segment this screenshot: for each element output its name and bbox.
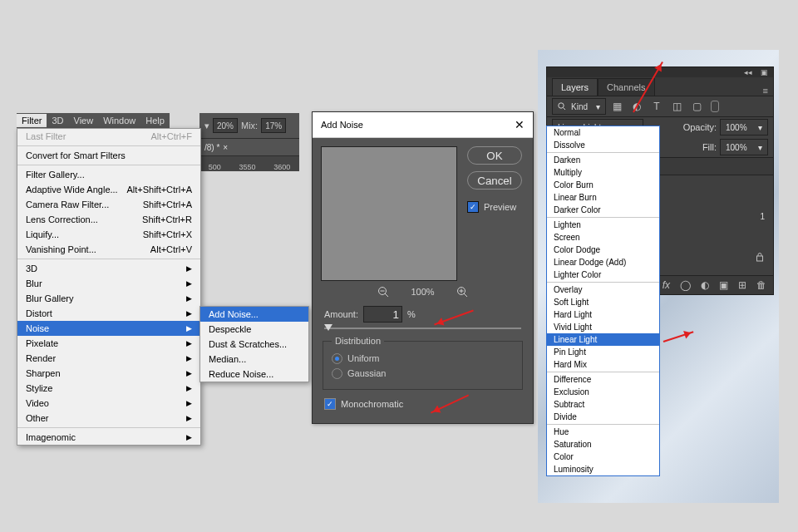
blend-linear-dodge-add-[interactable]: Linear Dodge (Add): [547, 256, 659, 268]
menu-convert-smart[interactable]: Convert for Smart Filters: [17, 148, 200, 163]
menu-3d[interactable]: 3D: [47, 114, 68, 127]
filter-menu[interactable]: Last FilterAlt+Ctrl+F Convert for Smart …: [17, 128, 201, 446]
menu-item-noise[interactable]: Noise▶: [17, 321, 200, 336]
menu-item-render[interactable]: Render▶: [17, 351, 200, 366]
menu-item[interactable]: Camera Raw Filter...Shift+Ctrl+A: [17, 197, 200, 212]
blend-darker-color[interactable]: Darker Color: [547, 204, 659, 216]
blend-saturation[interactable]: Saturation: [547, 438, 659, 451]
menu-help[interactable]: Help: [140, 114, 170, 127]
tab-layers[interactable]: Layers: [552, 78, 598, 96]
filter-toggle-icon[interactable]: [711, 101, 719, 112]
type-layer-icon[interactable]: T: [651, 101, 663, 112]
cancel-button[interactable]: Cancel: [467, 171, 522, 190]
blend-soft-light[interactable]: Soft Light: [547, 296, 659, 308]
blend-exclusion[interactable]: Exclusion: [547, 386, 659, 398]
layer-item[interactable]: 1: [760, 212, 765, 221]
opt-percent[interactable]: 20%: [213, 118, 238, 133]
amount-input[interactable]: [363, 306, 402, 323]
blend-difference[interactable]: Difference: [547, 373, 659, 386]
blend-screen[interactable]: Screen: [547, 231, 659, 244]
delete-layer-icon[interactable]: 🗑: [756, 279, 766, 291]
menu-view[interactable]: View: [69, 114, 99, 127]
close-icon[interactable]: ✕: [515, 118, 525, 131]
menu-item-pixelate[interactable]: Pixelate▶: [17, 336, 200, 351]
submenu-item[interactable]: Dust & Scratches...: [200, 337, 308, 352]
blend-lighter-color[interactable]: Lighter Color: [547, 268, 659, 281]
fill-input[interactable]: 100%▾: [720, 139, 768, 155]
panel-menu-icon[interactable]: ≡: [763, 86, 768, 96]
menu-imagenomic[interactable]: Imagenomic▶: [17, 430, 200, 445]
blend-divide[interactable]: Divide: [547, 411, 659, 423]
blend-hard-mix[interactable]: Hard Mix: [547, 358, 659, 371]
preview-checkbox[interactable]: ✓: [467, 201, 479, 213]
submenu-item[interactable]: Median...: [200, 352, 308, 367]
noise-preview[interactable]: [321, 146, 457, 281]
blend-linear-light[interactable]: Linear Light: [547, 333, 659, 346]
blend-overlay[interactable]: Overlay: [547, 283, 659, 296]
submenu-item[interactable]: Despeckle: [200, 322, 308, 337]
layer-mask-icon[interactable]: ◯: [680, 279, 691, 291]
submenu-item[interactable]: Reduce Noise...: [200, 367, 308, 382]
blend-dissolve[interactable]: Dissolve: [547, 139, 659, 151]
menu-window[interactable]: Window: [98, 114, 140, 127]
blend-multiply[interactable]: Multiply: [547, 166, 659, 179]
blend-normal[interactable]: Normal: [547, 126, 659, 139]
menu-item-blur-gallery[interactable]: Blur Gallery▶: [17, 291, 200, 306]
ok-button[interactable]: OK: [467, 146, 522, 165]
app-menubar[interactable]: Filter 3D View Window Help: [17, 113, 170, 128]
menu-item[interactable]: Filter Gallery...: [17, 167, 200, 182]
submenu-item[interactable]: Add Noise...: [200, 307, 308, 322]
blend-luminosity[interactable]: Luminosity: [547, 463, 659, 475]
pixel-layer-icon[interactable]: ▦: [611, 101, 623, 112]
preview-label: Preview: [484, 202, 516, 212]
zoom-out-icon[interactable]: [377, 286, 389, 298]
svg-line-4: [464, 293, 467, 297]
collapse-icon[interactable]: ◂◂: [744, 68, 752, 76]
noise-submenu[interactable]: Add Noise...DespeckleDust & Scratches...…: [200, 306, 309, 382]
adjustment-icon[interactable]: ◐: [701, 279, 709, 291]
menu-item[interactable]: Vanishing Point...Alt+Ctrl+V: [17, 242, 200, 257]
blend-color-burn[interactable]: Color Burn: [547, 179, 659, 191]
layer-style-icon[interactable]: fx: [663, 279, 670, 291]
blend-hue[interactable]: Hue: [547, 426, 659, 438]
group-icon[interactable]: ▣: [719, 279, 728, 291]
opt-mix-value[interactable]: 17%: [261, 118, 286, 133]
panel-close-icon[interactable]: ▣: [761, 68, 768, 76]
smart-object-icon[interactable]: ▢: [691, 101, 702, 112]
blend-lighten[interactable]: Lighten: [547, 219, 659, 231]
menu-item[interactable]: Lens Correction...Shift+Ctrl+R: [17, 212, 200, 227]
blend-linear-burn[interactable]: Linear Burn: [547, 191, 659, 204]
radio-gaussian[interactable]: Gaussian: [332, 366, 514, 381]
menu-filter[interactable]: Filter: [17, 114, 47, 127]
blend-vivid-light[interactable]: Vivid Light: [547, 321, 659, 333]
blend-darken[interactable]: Darken: [547, 154, 659, 166]
menu-item[interactable]: Adaptive Wide Angle...Alt+Shift+Ctrl+A: [17, 182, 200, 197]
blend-hard-light[interactable]: Hard Light: [547, 308, 659, 321]
menu-item-sharpen[interactable]: Sharpen▶: [17, 366, 200, 381]
menu-item-stylize[interactable]: Stylize▶: [17, 381, 200, 396]
menu-item-video[interactable]: Video▶: [17, 396, 200, 411]
filter-kind-select[interactable]: Kind▾: [552, 98, 606, 115]
blend-subtract[interactable]: Subtract: [547, 398, 659, 411]
menu-item[interactable]: Liquify...Shift+Ctrl+X: [17, 227, 200, 242]
blend-color-dodge[interactable]: Color Dodge: [547, 244, 659, 256]
doc-tab[interactable]: /8) *: [204, 143, 219, 152]
menu-item-distort[interactable]: Distort▶: [17, 306, 200, 321]
radio-uniform[interactable]: Uniform: [332, 351, 514, 366]
amount-slider[interactable]: [324, 328, 521, 329]
shape-layer-icon[interactable]: ◫: [671, 101, 682, 112]
svg-line-8: [564, 108, 566, 111]
blend-mode-dropdown[interactable]: NormalDissolveDarkenMultiplyColor BurnLi…: [546, 126, 660, 476]
menu-item-blur[interactable]: Blur▶: [17, 276, 200, 291]
blend-pin-light[interactable]: Pin Light: [547, 346, 659, 358]
new-layer-icon[interactable]: ⊞: [738, 279, 746, 291]
zoom-in-icon[interactable]: [456, 286, 468, 298]
blend-color[interactable]: Color: [547, 451, 659, 463]
menu-last-filter[interactable]: Last FilterAlt+Ctrl+F: [17, 129, 200, 144]
monochromatic-checkbox[interactable]: ✓Monochromatic: [324, 397, 521, 411]
dialog-titlebar[interactable]: Add Noise ✕: [313, 112, 533, 138]
menu-item-3d[interactable]: 3D▶: [17, 261, 200, 276]
menu-item-other[interactable]: Other▶: [17, 411, 200, 426]
opacity-input[interactable]: 100%▾: [720, 119, 768, 135]
svg-line-1: [385, 293, 388, 297]
